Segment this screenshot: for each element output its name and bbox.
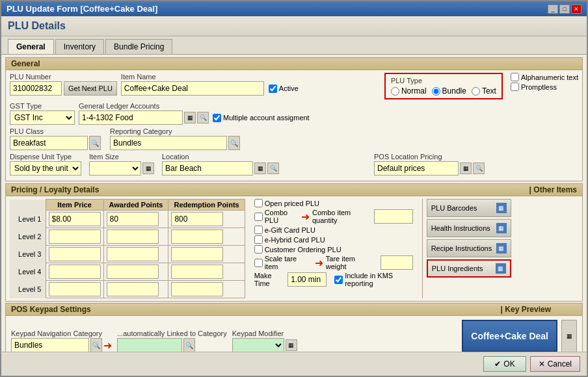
keypad-modifier-icon[interactable]: ▦ [286,339,297,351]
linked-to-input[interactable] [117,338,182,352]
pos-location-input[interactable] [374,161,459,176]
pricing-section-body: Item Price Awarded Points Redemption Poi… [6,196,582,301]
bottom-sections: POS Keypad Settings | Key Preview Keypad… [5,303,583,352]
redemption-input[interactable] [171,212,223,226]
gl-accounts-input[interactable] [79,110,183,125]
table-row: Level 2 [10,228,245,246]
redemption-input[interactable] [171,229,223,244]
reporting-category-label: Reporting Category [110,127,578,135]
health-instructions-button[interactable]: Health Instructions ▦ [427,219,511,237]
plu-class-input[interactable] [10,136,88,150]
location-label: Location [162,153,366,161]
key-preview-button[interactable]: Coffee+Cake Deal [462,320,557,352]
combo-qty-input[interactable] [374,209,413,224]
tab-inventory[interactable]: Inventory [55,39,104,54]
make-time-input[interactable] [287,272,327,287]
plu-class-lookup[interactable]: 🔍 [89,136,101,150]
level-label: Level 2 [10,228,46,246]
include-kms-label: Include in KMS reporting [345,272,413,287]
reporting-category-input[interactable] [110,136,227,150]
pricing-section-header: Pricing / Loyalty Details | Other Items [6,184,582,196]
key-preview-icon-btn[interactable]: ▦ [561,320,577,352]
price-input[interactable] [49,212,101,226]
egift-label: e-Gift Card PLU [265,226,315,234]
scale-tare-checkbox[interactable] [254,259,263,267]
pos-location-lookup1[interactable]: ▦ [460,162,472,174]
keypad-nav-lookup[interactable]: 🔍 [90,338,102,352]
open-priced-label: Open priced PLU [265,200,319,207]
tab-general[interactable]: General [8,39,54,54]
plu-ingredients-button[interactable]: PLU Ingredients ▦ [427,259,511,278]
redemption-input[interactable] [171,282,223,296]
open-priced-checkbox[interactable] [254,199,263,207]
awarded-cell [103,211,168,228]
active-checkbox[interactable] [269,84,277,93]
get-next-plu-button[interactable]: Get Next PLU [64,81,117,96]
price-table: Item Price Awarded Points Redemption Poi… [10,199,245,298]
customer-ordering-checkbox[interactable] [254,245,263,254]
awarded-input[interactable] [107,229,159,244]
plu-type-radio-group: Normal Bundle Text [391,86,496,96]
pos-location-lookup2[interactable]: 🔍 [473,162,485,174]
awarded-input[interactable] [107,212,159,226]
egift-checkbox[interactable] [254,226,263,234]
price-cell [46,263,103,281]
multiple-account-checkbox[interactable] [213,114,221,122]
cancel-x-icon: ✕ [539,359,545,369]
linked-to-lookup[interactable]: 🔍 [183,338,195,352]
item-name-input[interactable] [121,81,264,96]
ok-button[interactable]: ✔ OK [483,356,526,372]
gl-search-button[interactable]: 🔍 [197,112,209,124]
price-input[interactable] [49,229,101,244]
plu-barcodes-button[interactable]: PLU Barcodes ▦ [427,199,511,217]
item-size-icon[interactable]: ▦ [142,162,154,174]
alphanumeric-checkbox[interactable] [511,73,519,81]
close-button[interactable]: ✕ [571,5,581,14]
title-bar-buttons: _ □ ✕ [548,5,581,14]
awarded-cell [103,228,168,246]
keypad-modifier-select[interactable] [232,338,284,352]
active-label: Active [279,84,299,92]
promptless-checkbox[interactable] [511,83,519,91]
combo-checkbox[interactable] [254,213,263,221]
redemption-input[interactable] [171,247,223,261]
middle-options: Open priced PLU Combo PLU ➜ Combo item q… [249,199,418,298]
location-lookup1[interactable]: ▦ [254,162,266,174]
gst-type-group: GST Type GST Inc [10,102,75,125]
location-input[interactable] [162,161,253,176]
health-instructions-icon: ▦ [496,223,507,233]
radio-bundle: Bundle [432,86,466,96]
reporting-category-group: Reporting Category 🔍 [110,127,578,150]
awarded-input[interactable] [107,265,159,279]
ehybrid-checkbox[interactable] [254,235,263,244]
tab-bundle-pricing[interactable]: Bundle Pricing [105,39,172,54]
keypad-nav-input[interactable] [11,338,89,352]
plu-number-input[interactable] [10,81,62,96]
tare-weight-label: Tare item weight [326,255,378,270]
recipe-instructions-button[interactable]: Recipe Instructions ▦ [427,239,511,257]
price-cell [46,211,103,228]
item-size-select[interactable] [89,161,141,176]
dispense-unit-select[interactable]: Sold by the unit [10,161,81,176]
redemption-input[interactable] [171,265,223,279]
price-input[interactable] [49,265,101,279]
gst-type-label: GST Type [10,102,75,110]
maximize-button[interactable]: □ [559,5,570,14]
awarded-input[interactable] [107,282,159,296]
tare-weight-input[interactable] [381,255,413,270]
cancel-button[interactable]: ✕ Cancel [530,356,580,372]
ehybrid-row: e-Hybrid Card PLU [254,235,413,244]
awarded-input[interactable] [107,247,159,261]
minimize-button[interactable]: _ [548,5,558,14]
reporting-category-lookup[interactable]: 🔍 [228,136,240,150]
gl-lookup-button[interactable]: ▦ [184,112,196,124]
keypad-nav-group: Keypad Navigation Category 🔍 ➜ [11,330,112,352]
include-kms-checkbox[interactable] [334,276,343,284]
kms-row: Include in KMS reporting [334,272,413,287]
location-lookup2[interactable]: 🔍 [267,162,279,174]
cancel-label: Cancel [548,359,572,369]
gst-type-select[interactable]: GST Inc [10,110,75,125]
price-input[interactable] [49,282,101,296]
active-checkbox-group: Active [269,84,299,93]
price-input[interactable] [49,247,101,261]
